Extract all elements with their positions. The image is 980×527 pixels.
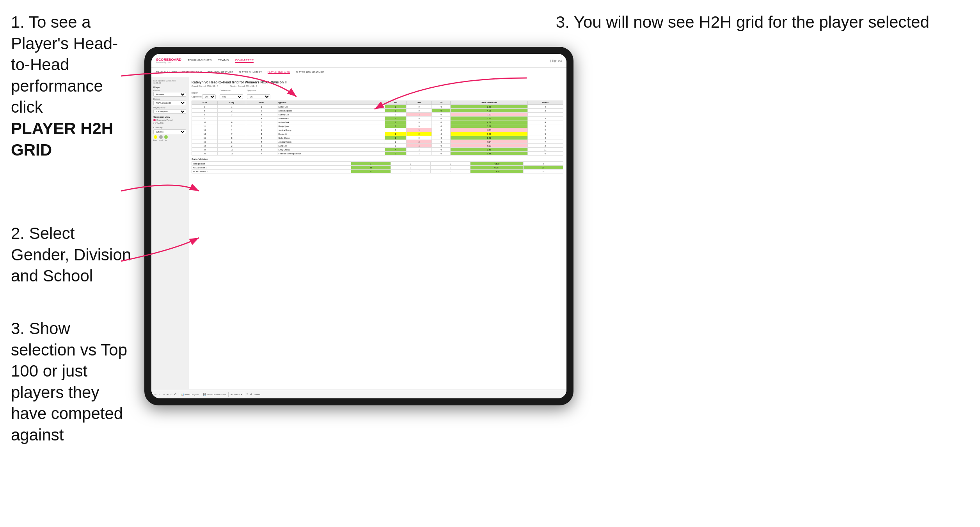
table-row: 5 2 2 Alexis Sudjianto 1 0 0 4.00 3: [192, 109, 563, 113]
table-row: 11 2 5 Heejo Hyun 1 0 0 3.33 3: [192, 124, 563, 128]
app-logo: SCOREBOARD Powered by clippd: [156, 58, 181, 64]
toolbar-undo[interactable]: ↩: [154, 393, 156, 396]
division-label: Division: [153, 98, 186, 100]
opponent-view-section: Opponent view Opponents Played Top 100: [153, 116, 186, 124]
left-instructions: 1. To see a Player's Head-to-Head perfor…: [0, 0, 144, 458]
instruction-1: 1. To see a Player's Head-to-Head perfor…: [11, 12, 133, 161]
out-of-division-table: Foreign Team 1 0 0 4.500 2 NAIA Division…: [192, 161, 563, 173]
nav-teams[interactable]: TEAMS: [218, 58, 229, 63]
th-loss: Loss: [407, 101, 432, 105]
table-row: NCAA Division 2 5 0 0 7.400 10: [192, 170, 563, 173]
gender-select[interactable]: Women's: [153, 92, 186, 97]
colour-by-select[interactable]: Win/loss: [153, 129, 186, 134]
opponent-filter: Opponent (All): [247, 89, 270, 99]
opponents-select[interactable]: (All): [202, 94, 216, 99]
th-diff: Diff Av Strokes/Rnd: [451, 101, 527, 105]
instr2-text: 2. Select Gender, Division and School: [11, 223, 133, 287]
colour-by-label: Colour by: [153, 126, 186, 129]
out-of-division-label: Out of division: [192, 158, 563, 160]
tablet-screen: SCOREBOARD Powered by clippd TOURNAMENTS…: [151, 54, 566, 398]
toolbar-divider4: [244, 392, 244, 397]
h2h-title: Katelyn Vo Head-to-Head Grid for Women's…: [192, 80, 563, 84]
th-conf: # Conf: [246, 101, 277, 105]
table-row: 13 1 1 Jessica Huang 0 1 0 -3.00 2: [192, 128, 563, 132]
region-filter: Region Opponents: (All): [192, 92, 216, 99]
gender-group: Gender Women's: [153, 89, 186, 97]
overall-record: Overall Record: 353 - 34 - 6: [192, 85, 218, 87]
left-panel: Last Updated: 27/03/202416:55:38 Player …: [151, 77, 188, 389]
toolbar-divider: [179, 392, 179, 397]
filters-row: Region Opponents: (All) Conference (All): [192, 89, 563, 99]
toolbar-divider2: [201, 392, 201, 397]
toolbar-share-icon[interactable]: ⇌: [250, 393, 252, 396]
player-rank-label: Player (Rank): [153, 106, 186, 109]
toolbar-back[interactable]: ←: [158, 393, 161, 396]
toolbar-watch[interactable]: 👁 Watch ▾: [231, 393, 242, 396]
table-row: 18 2 2 Euna Lee 0 1 0 -5.00 2: [192, 144, 563, 148]
sub-nav-team-h2h-heatmap[interactable]: TEAM H2H HEATMAP: [208, 71, 233, 74]
table-row: NAIA Division 1 15 0 0 9.267 30: [192, 166, 563, 170]
colour-by-section: Colour by Win/loss Down Level: [153, 126, 186, 141]
th-win: Win: [385, 101, 407, 105]
sub-nav-team-summary[interactable]: TEAM SUMMARY: [156, 71, 177, 74]
toolbar-redo[interactable]: ↪: [163, 393, 165, 396]
conference-select[interactable]: (All): [220, 94, 243, 99]
radio-top-100[interactable]: Top 100: [153, 122, 186, 124]
th-rounds: Rounds: [527, 101, 563, 105]
table-row: Foreign Team 1 0 0 4.500 2: [192, 162, 563, 166]
player-select[interactable]: 8. Katelyn Vo: [153, 109, 186, 114]
gender-label: Gender: [153, 89, 186, 92]
sub-nav-player-h2h-grid[interactable]: PLAYER H2H GRID: [268, 71, 290, 74]
records-row: Overall Record: 353 - 34 - 6 Division Re…: [192, 85, 563, 87]
table-row: 16 3 4 Jessica Mason 1 2 0 -0.94 7: [192, 140, 563, 144]
player-label: Player: [153, 86, 186, 88]
bottom-toolbar: ↩ ← ↪ ⊕ ↺ ⏱ 📊 View: Original 💾 Save Cust…: [151, 390, 566, 398]
conference-filter: Conference (All): [220, 89, 243, 99]
table-row: 20 11 7 Federica Domecq Lacroze 2 1 0 1.…: [192, 152, 563, 156]
colour-legend: Down Level Up: [153, 135, 186, 141]
legend-level: Level: [159, 135, 163, 141]
table-row: 6 3 3 Sydney Kuo 0 1 0 -1.00: [192, 113, 563, 117]
toolbar-add[interactable]: ⊕: [167, 393, 169, 396]
instr1-bold: PLAYER H2H GRID: [11, 119, 113, 159]
opponent-select[interactable]: (All): [247, 94, 270, 99]
nav-tournaments[interactable]: TOURNAMENTS: [188, 58, 212, 63]
legend-up: Up: [164, 135, 168, 141]
right-content: Katelyn Vo Head-to-Head Grid for Women's…: [188, 77, 566, 389]
toolbar-refresh[interactable]: ↺: [170, 393, 172, 396]
division-select[interactable]: NCAA Division III: [153, 101, 186, 105]
timestamp: Last Updated: 27/03/202416:55:38: [153, 80, 186, 84]
instruction-2: 2. Select Gender, Division and School: [11, 223, 133, 287]
th-tie: Tie: [432, 101, 451, 105]
sub-nav-player-h2h-heatmap[interactable]: PLAYER H2H HEATMAP: [296, 71, 324, 74]
toolbar-timer[interactable]: ⏱: [174, 393, 177, 396]
sign-out[interactable]: | Sign out: [550, 59, 562, 62]
toolbar-share[interactable]: Share: [254, 393, 260, 396]
toolbar-view-original[interactable]: 📊 View: Original: [181, 393, 199, 396]
toolbar-divider3: [228, 392, 229, 397]
table-row: 10 6 3 Andrea York 2 0 0 4.00 4: [192, 120, 563, 124]
sub-nav-player-summary[interactable]: PLAYER SUMMARY: [239, 71, 262, 74]
toolbar-download[interactable]: ↧: [246, 393, 248, 396]
table-row: 9 1 4 Sharon Mun 1 0 0 3.67 3: [192, 117, 563, 120]
radio-opponents-played[interactable]: Opponents Played: [153, 119, 186, 121]
main-content-area: Last Updated: 27/03/202416:55:38 Player …: [151, 77, 566, 389]
th-div: # Div: [192, 101, 218, 105]
h2h-table: # Div # Reg # Conf Opponent Win Loss Tie…: [192, 101, 563, 156]
instruction-3: 3. Show selection vs Top 100 or just pla…: [11, 318, 133, 446]
table-row: 14 7 4 Eunice Yi 2 2 0 0.38 9: [192, 132, 563, 136]
sub-nav-team-h2h-grid[interactable]: TEAM H2H GRID: [182, 71, 202, 74]
legend-down: Down: [153, 135, 157, 141]
toolbar-save-custom-view[interactable]: 💾 Save Custom View: [203, 393, 226, 396]
table-row: 15 8 5 Stella Cheng 1 0 0 1.25 4: [192, 136, 563, 140]
sub-nav: TEAM SUMMARY TEAM H2H GRID TEAM H2H HEAT…: [151, 68, 566, 77]
nav-committee[interactable]: COMMITTEE: [235, 58, 254, 63]
app-header: SCOREBOARD Powered by clippd TOURNAMENTS…: [151, 54, 566, 68]
th-opponent: Opponent: [277, 101, 385, 105]
table-body: 3 1 1 Esther Lee 1 0 0 1.50 4: [192, 105, 563, 156]
tablet-device: SCOREBOARD Powered by clippd TOURNAMENTS…: [144, 47, 573, 405]
table-row: 19 10 6 Emily Chang 4 1 0 0.30 11: [192, 148, 563, 152]
player-section: Player Gender Women's Division NCAA Divi…: [153, 86, 186, 114]
instr1-text: 1. To see a Player's Head-to-Head perfor…: [11, 13, 118, 116]
table-row: 3 1 1 Esther Lee 1 0 0 1.50 4: [192, 105, 563, 109]
